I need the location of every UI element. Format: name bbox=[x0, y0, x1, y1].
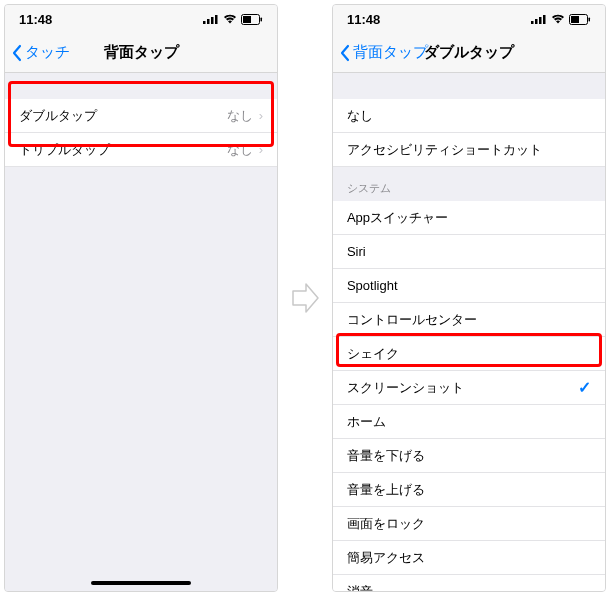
row-label: 音量を上げる bbox=[347, 481, 591, 499]
section-header-system: システム bbox=[333, 167, 605, 201]
home-indicator bbox=[91, 581, 191, 585]
status-bar: 11:48 bbox=[333, 5, 605, 33]
row-control-center[interactable]: コントロールセンター bbox=[333, 303, 605, 337]
row-accessibility-shortcut[interactable]: アクセシビリティショートカット bbox=[333, 133, 605, 167]
row-screenshot[interactable]: スクリーンショット ✓ bbox=[333, 371, 605, 405]
row-value: なし bbox=[227, 107, 253, 125]
row-label: なし bbox=[347, 107, 591, 125]
row-label: Appスイッチャー bbox=[347, 209, 591, 227]
chevron-right-icon: › bbox=[259, 142, 263, 157]
chevron-left-icon bbox=[11, 44, 23, 62]
nav-bar: タッチ 背面タップ bbox=[5, 33, 277, 73]
wifi-icon bbox=[551, 14, 565, 24]
row-lock-screen[interactable]: 画面をロック bbox=[333, 507, 605, 541]
back-label: 背面タップ bbox=[353, 43, 428, 62]
row-value: なし bbox=[227, 141, 253, 159]
row-label: ホーム bbox=[347, 413, 591, 431]
page-title: 背面タップ bbox=[104, 43, 179, 62]
row-double-tap[interactable]: ダブルタップ なし › bbox=[5, 99, 277, 133]
svg-rect-1 bbox=[207, 19, 210, 24]
svg-rect-10 bbox=[543, 15, 546, 24]
row-label: シェイク bbox=[347, 345, 591, 363]
row-label: ダブルタップ bbox=[19, 107, 227, 125]
battery-icon bbox=[569, 14, 591, 25]
svg-rect-6 bbox=[261, 17, 263, 21]
status-bar: 11:48 bbox=[5, 5, 277, 33]
svg-rect-0 bbox=[203, 21, 206, 24]
svg-rect-9 bbox=[539, 17, 542, 24]
status-indicators bbox=[203, 14, 263, 25]
row-triple-tap[interactable]: トリプルタップ なし › bbox=[5, 133, 277, 167]
row-label: スクリーンショット bbox=[347, 379, 578, 397]
back-button[interactable]: タッチ bbox=[11, 43, 70, 62]
row-label: Siri bbox=[347, 244, 591, 259]
svg-rect-3 bbox=[215, 15, 218, 24]
svg-rect-8 bbox=[535, 19, 538, 24]
row-label: Spotlight bbox=[347, 278, 591, 293]
page-title: ダブルタップ bbox=[424, 43, 514, 62]
svg-rect-13 bbox=[589, 17, 591, 21]
svg-rect-12 bbox=[571, 16, 579, 23]
status-indicators bbox=[531, 14, 591, 25]
svg-rect-7 bbox=[531, 21, 534, 24]
screen-back-tap: 11:48 タッチ 背面タップ ダブルタップ なし › トリプルタップ bbox=[4, 4, 278, 592]
row-reachability[interactable]: 簡易アクセス bbox=[333, 541, 605, 575]
row-spotlight[interactable]: Spotlight bbox=[333, 269, 605, 303]
status-time: 11:48 bbox=[347, 12, 380, 27]
row-label: 音量を下げる bbox=[347, 447, 591, 465]
signal-icon bbox=[531, 14, 547, 24]
svg-rect-2 bbox=[211, 17, 214, 24]
row-volume-up[interactable]: 音量を上げる bbox=[333, 473, 605, 507]
signal-icon bbox=[203, 14, 219, 24]
nav-bar: 背面タップ ダブルタップ bbox=[333, 33, 605, 73]
wifi-icon bbox=[223, 14, 237, 24]
settings-list[interactable]: ダブルタップ なし › トリプルタップ なし › bbox=[5, 73, 277, 591]
checkmark-icon: ✓ bbox=[578, 378, 591, 397]
row-home[interactable]: ホーム bbox=[333, 405, 605, 439]
row-label: 消音 bbox=[347, 583, 591, 592]
chevron-right-icon: › bbox=[259, 108, 263, 123]
row-label: 簡易アクセス bbox=[347, 549, 591, 567]
transition-arrow bbox=[288, 4, 322, 592]
svg-rect-5 bbox=[243, 16, 251, 23]
row-label: アクセシビリティショートカット bbox=[347, 141, 591, 159]
back-button[interactable]: 背面タップ bbox=[339, 43, 428, 62]
arrow-right-icon bbox=[290, 281, 320, 315]
status-time: 11:48 bbox=[19, 12, 52, 27]
back-label: タッチ bbox=[25, 43, 70, 62]
row-label: コントロールセンター bbox=[347, 311, 591, 329]
row-label: トリプルタップ bbox=[19, 141, 227, 159]
row-label: 画面をロック bbox=[347, 515, 591, 533]
row-shake[interactable]: シェイク bbox=[333, 337, 605, 371]
row-none[interactable]: なし bbox=[333, 99, 605, 133]
settings-list[interactable]: なし アクセシビリティショートカット システム Appスイッチャー Siri S… bbox=[333, 73, 605, 591]
row-app-switcher[interactable]: Appスイッチャー bbox=[333, 201, 605, 235]
row-volume-down[interactable]: 音量を下げる bbox=[333, 439, 605, 473]
chevron-left-icon bbox=[339, 44, 351, 62]
row-mute[interactable]: 消音 bbox=[333, 575, 605, 591]
row-siri[interactable]: Siri bbox=[333, 235, 605, 269]
screen-double-tap: 11:48 背面タップ ダブルタップ なし アクセシビリティショートカット シス… bbox=[332, 4, 606, 592]
battery-icon bbox=[241, 14, 263, 25]
